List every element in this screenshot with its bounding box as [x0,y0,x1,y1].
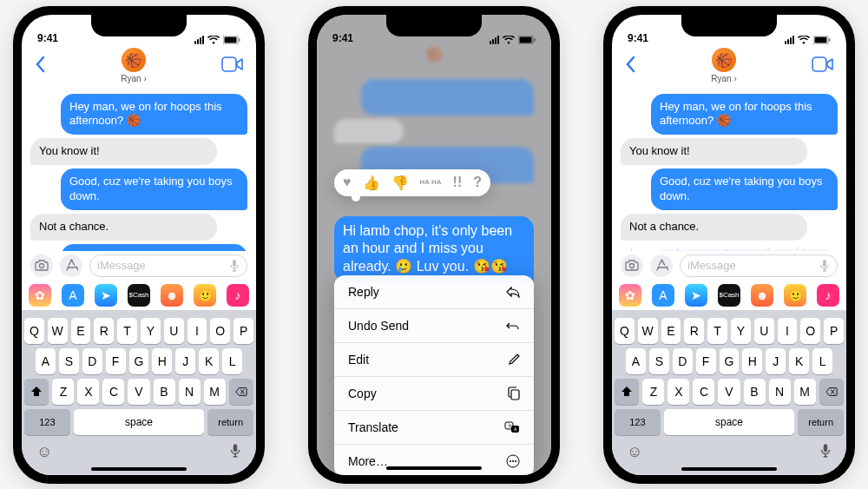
message-sent[interactable]: Hey man, we on for hoops this afternoon?… [61,94,247,135]
app-audio[interactable]: ➤ [95,284,117,307]
app-cash[interactable]: $Cash [718,284,740,307]
key-b[interactable]: B [154,379,175,405]
message-sent[interactable]: Hi lamb chop, it's only been an hour and… [334,216,534,282]
key-s[interactable]: S [59,348,79,374]
menu-more[interactable]: More… [334,445,534,475]
key-x[interactable]: X [667,379,689,405]
app-memoji[interactable]: ☻ [751,284,773,307]
shift-key[interactable] [24,379,49,405]
app-music[interactable]: ♪ [817,284,839,307]
dictation-icon[interactable] [819,259,830,273]
key-w[interactable]: W [48,318,68,344]
contact-header[interactable]: 🏀 Ryan › [121,48,146,83]
back-button[interactable] [624,54,636,78]
app-store[interactable]: A [62,284,84,307]
return-key[interactable]: return [207,409,253,435]
key-f[interactable]: F [696,348,716,374]
key-u[interactable]: U [754,318,774,344]
shift-key[interactable] [615,379,639,405]
tapback-thumbsdown[interactable]: 👎 [391,175,409,191]
message-sent[interactable]: Hi lamb chop, it's only been an hour and… [61,244,247,251]
menu-edit[interactable]: Edit [334,343,534,377]
tapback-question[interactable]: ? [473,175,482,190]
delete-key[interactable] [229,379,253,405]
tapback-haha[interactable]: HA HA [420,179,442,185]
key-d[interactable]: D [82,348,102,374]
back-button[interactable] [34,54,46,78]
key-p[interactable]: P [233,318,253,344]
key-a[interactable]: A [626,348,646,374]
dictation-icon[interactable] [229,259,240,273]
message-input[interactable]: iMessage [89,254,247,277]
emoji-key[interactable]: ☺ [627,443,642,463]
space-key[interactable]: space [664,409,795,435]
key-k[interactable]: K [789,348,809,374]
tapback-thumbsup[interactable]: 👍 [363,175,380,191]
home-indicator[interactable] [681,467,777,471]
key-v[interactable]: V [128,379,149,405]
key-v[interactable]: V [718,379,740,405]
key-c[interactable]: C [693,379,714,405]
space-key[interactable]: space [74,409,205,435]
dictation-key[interactable] [819,443,832,463]
key-a[interactable]: A [36,348,56,374]
menu-copy[interactable]: Copy [334,377,534,411]
key-m[interactable]: M [794,379,816,405]
message-sent[interactable]: Good, cuz we're taking you boys down. [651,169,838,210]
key-o[interactable]: O [800,318,820,344]
menu-reply[interactable]: Reply [334,275,534,309]
camera-button[interactable] [30,254,53,277]
app-store[interactable]: A [652,284,674,307]
key-e[interactable]: E [661,318,681,344]
app-memoji2[interactable]: 🙂 [194,284,216,307]
key-j[interactable]: J [766,348,786,374]
tapback-exclaim[interactable]: !! [453,175,463,190]
key-b[interactable]: B [744,379,766,405]
key-n[interactable]: N [769,379,791,405]
key-f[interactable]: F [106,348,126,374]
numbers-key[interactable]: 123 [615,409,661,435]
app-memoji[interactable]: ☻ [161,284,183,307]
menu-undo-send[interactable]: Undo Send [334,309,534,343]
message-input[interactable]: iMessage [680,254,838,277]
key-k[interactable]: K [199,348,219,374]
message-sent[interactable]: Good, cuz we're taking you boys down. [61,169,247,210]
key-y[interactable]: Y [141,318,161,344]
key-l[interactable]: L [222,348,242,374]
key-g[interactable]: G [720,348,740,374]
app-photos[interactable]: ✿ [619,284,641,307]
camera-button[interactable] [621,254,643,277]
key-q[interactable]: Q [24,318,44,344]
app-music[interactable]: ♪ [227,284,249,307]
key-u[interactable]: U [164,318,184,344]
key-o[interactable]: O [210,318,230,344]
key-z[interactable]: Z [642,379,664,405]
appstore-button[interactable] [60,254,82,277]
home-indicator[interactable] [91,467,187,471]
key-d[interactable]: D [673,348,693,374]
key-q[interactable]: Q [615,318,635,344]
key-h[interactable]: H [742,348,762,374]
app-memoji2[interactable]: 🙂 [784,284,806,307]
key-g[interactable]: G [129,348,149,374]
facetime-button[interactable] [221,56,244,76]
menu-translate[interactable]: Translate文A [334,411,534,445]
key-i[interactable]: I [778,318,798,344]
app-cash[interactable]: $Cash [128,284,150,307]
key-z[interactable]: Z [52,379,74,405]
home-indicator[interactable] [386,466,482,470]
app-photos[interactable]: ✿ [29,284,51,307]
key-t[interactable]: T [707,318,727,344]
dictation-key[interactable] [229,443,241,463]
message-sent[interactable]: Hey man, we on for hoops this afternoon?… [651,94,838,135]
message-received[interactable]: You know it! [621,138,807,165]
appstore-button[interactable] [650,254,673,277]
key-n[interactable]: N [179,379,201,405]
key-e[interactable]: E [71,318,91,344]
key-l[interactable]: L [812,348,832,374]
numbers-key[interactable]: 123 [24,409,70,435]
key-r[interactable]: R [684,318,704,344]
key-m[interactable]: M [204,379,226,405]
message-received[interactable]: Not a chance. [621,214,807,241]
key-r[interactable]: R [94,318,114,344]
